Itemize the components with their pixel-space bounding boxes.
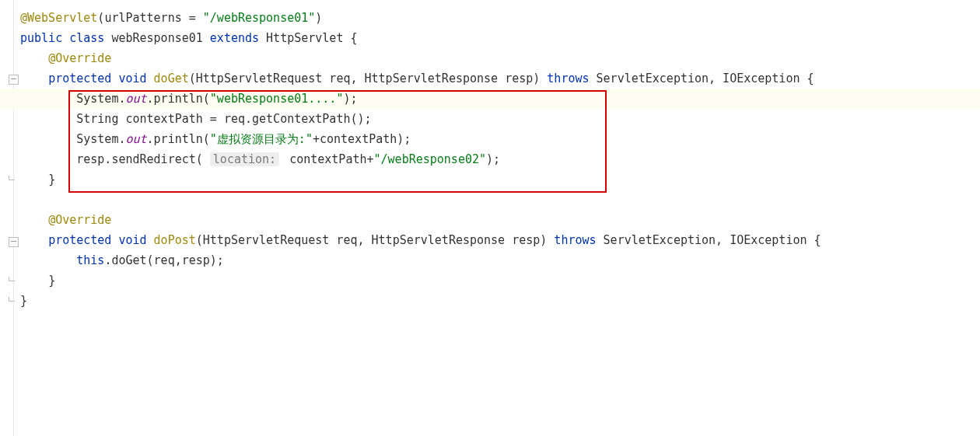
string-literal: "webResponse01...." [210, 92, 344, 106]
text: contextPath+ [282, 152, 373, 166]
text: ); [343, 92, 357, 106]
annotation: @Override [48, 51, 111, 65]
keyword: throws [554, 233, 596, 247]
class-name: webResponse01 [111, 31, 202, 45]
text: ServletException, IOException { [597, 233, 821, 247]
code-line[interactable]: @Override [20, 48, 980, 68]
gutter [0, 0, 14, 436]
fold-icon[interactable] [9, 237, 19, 247]
code-line[interactable]: protected void doPost(HttpServletRequest… [20, 230, 980, 250]
code-area[interactable]: @WebServlet(urlPatterns = "/webResponse0… [20, 8, 980, 311]
fold-end-icon[interactable] [9, 297, 17, 305]
method-name: doGet [154, 72, 189, 85]
keyword: public [20, 31, 62, 45]
string-literal: "/webResponse02" [374, 152, 487, 166]
brace: } [20, 294, 27, 308]
text: resp.sendRedirect( [76, 152, 210, 166]
text: urlPatterns = [104, 11, 202, 25]
text: System. [76, 132, 125, 146]
static-field: out [125, 92, 146, 106]
code-editor[interactable]: @WebServlet(urlPatterns = "/webResponse0… [0, 0, 980, 436]
code-line[interactable]: @WebServlet(urlPatterns = "/webResponse0… [20, 8, 980, 28]
code-line[interactable]: this.doGet(req,resp); [20, 250, 980, 270]
brace: } [48, 274, 55, 288]
text: +contextPath); [313, 132, 411, 146]
static-field: out [125, 132, 146, 146]
string-literal: "虚拟资源目录为:" [210, 132, 313, 146]
keyword: protected [48, 72, 111, 85]
text: System. [76, 92, 125, 106]
text: (HttpServletRequest req, HttpServletResp… [196, 233, 555, 247]
annotation: @Override [48, 213, 111, 227]
text: .println( [147, 132, 210, 146]
keyword: class [69, 31, 104, 45]
text: (HttpServletRequest req, HttpServletResp… [189, 72, 548, 85]
text: ServletException, IOException { [590, 72, 814, 85]
brace: } [48, 173, 55, 187]
inlay-hint: location: [210, 152, 279, 166]
keyword: this [76, 253, 104, 267]
fold-end-icon[interactable] [9, 176, 17, 184]
text: .doGet(req,resp); [104, 253, 224, 267]
text: String contextPath = req.getContextPath(… [76, 112, 371, 126]
text: HttpServlet { [266, 31, 357, 45]
method-name: doPost [154, 233, 196, 247]
code-line[interactable]: public class webResponse01 extends HttpS… [20, 28, 980, 48]
fold-icon[interactable] [9, 75, 19, 85]
keyword: void [118, 233, 146, 247]
text: ) [315, 11, 322, 25]
keyword: extends [210, 31, 259, 45]
code-line[interactable]: } [20, 291, 980, 311]
keyword: protected [48, 233, 111, 247]
keyword: throws [547, 72, 589, 85]
text: .println( [147, 92, 210, 106]
code-line[interactable]: @Override [20, 210, 980, 230]
string-literal: "/webResponse01" [203, 11, 316, 25]
keyword: void [118, 72, 146, 85]
annotation: @WebServlet [20, 11, 97, 25]
code-line[interactable]: protected void doGet(HttpServletRequest … [20, 68, 980, 89]
text: ); [486, 152, 500, 166]
code-line[interactable]: } [20, 270, 980, 291]
fold-end-icon[interactable] [9, 277, 17, 285]
